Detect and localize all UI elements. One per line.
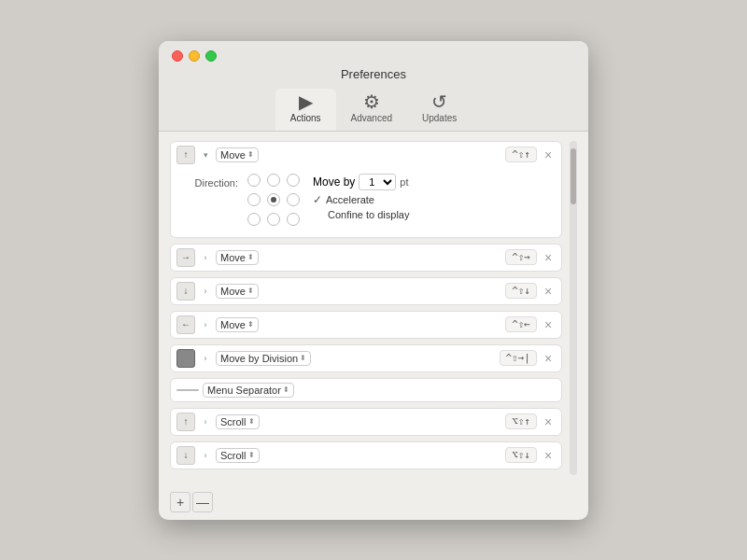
bottom-bar: + —	[159, 484, 588, 520]
row7-action-label: Scroll	[220, 416, 247, 427]
row8-action-label: Scroll	[220, 450, 247, 461]
action-row-move-up: ↑ ▾ Move ⬍ ^⇧↑ × Direction:	[170, 141, 562, 238]
row2-close[interactable]: ×	[541, 250, 556, 265]
dir-bottomright[interactable]	[287, 213, 300, 226]
dir-right[interactable]	[287, 193, 300, 206]
tab-advanced[interactable]: ⚙ Advanced	[336, 89, 407, 131]
row2-action-select[interactable]: Move ⬍	[216, 250, 259, 265]
dir-left[interactable]	[247, 193, 261, 206]
row5-action-label: Move by Division	[220, 353, 298, 364]
confine-label: Confine to display	[328, 209, 409, 220]
accelerate-label: Accelerate	[326, 194, 374, 205]
row2-icon: →	[176, 248, 195, 267]
dir-bottom[interactable]	[267, 213, 280, 226]
accelerate-row: ✓ Accelerate	[313, 193, 409, 206]
accelerate-check[interactable]: ✓	[313, 193, 322, 206]
row3-chevron[interactable]: ›	[199, 282, 212, 301]
row1-select-arrow: ⬍	[247, 150, 254, 159]
content-area: ↑ ▾ Move ⬍ ^⇧↑ × Direction:	[159, 132, 588, 484]
dir-top[interactable]	[267, 174, 280, 187]
row2-action-label: Move	[220, 252, 246, 263]
action-row-move-down: ↓ › Move ⬍ ^⇧↓ ×	[170, 277, 562, 305]
advanced-icon: ⚙	[363, 92, 380, 111]
row4-shortcut: ^⇧←	[505, 316, 537, 332]
row1-close[interactable]: ×	[541, 147, 556, 162]
action-row-scroll-up: ↑ › Scroll ⬍ ⌥⇧↑ ×	[170, 408, 562, 436]
row5-icon	[176, 349, 195, 368]
minimize-button[interactable]	[189, 50, 200, 62]
scrollbar[interactable]	[570, 141, 577, 475]
updates-label: Updates	[422, 113, 457, 123]
direction-grid	[247, 174, 303, 230]
row8-shortcut: ⌥⇧↓	[505, 447, 537, 463]
row1-shortcut: ^⇧↑	[505, 147, 537, 162]
row2-chevron[interactable]: ›	[199, 248, 212, 267]
row8-select-arrow: ⬍	[248, 451, 255, 459]
action-row-separator: Menu Separator ⬍	[170, 378, 562, 402]
advanced-label: Advanced	[351, 113, 392, 123]
row5-select-arrow: ⬍	[300, 354, 306, 362]
row8-action-select[interactable]: Scroll ⬍	[216, 448, 260, 463]
row3-shortcut: ^⇧↓	[505, 283, 537, 299]
row3-icon: ↓	[176, 282, 195, 301]
dir-center[interactable]	[267, 193, 280, 206]
row3-action-label: Move	[220, 286, 246, 297]
tab-actions[interactable]: ▶ Actions	[275, 89, 336, 131]
preferences-window: Preferences ▶ Actions ⚙ Advanced ↺ Updat…	[159, 41, 588, 520]
row4-close[interactable]: ×	[541, 317, 556, 332]
row3-action-select[interactable]: Move ⬍	[216, 284, 259, 299]
dir-bottomleft[interactable]	[247, 213, 261, 226]
tab-updates[interactable]: ↺ Updates	[407, 89, 472, 131]
row4-chevron[interactable]: ›	[199, 315, 212, 334]
updates-icon: ↺	[431, 92, 447, 111]
row7-action-select[interactable]: Scroll ⬍	[216, 414, 260, 429]
toolbar: ▶ Actions ⚙ Advanced ↺ Updates	[275, 89, 472, 131]
row3-select-arrow: ⬍	[247, 287, 254, 295]
row7-chevron[interactable]: ›	[199, 413, 212, 431]
row6-action-select[interactable]: Menu Separator ⬍	[203, 383, 294, 398]
row1-main: ↑ ▾ Move ⬍ ^⇧↑ ×	[176, 146, 556, 164]
row4-select-arrow: ⬍	[247, 320, 254, 329]
action-row-scroll-down: ↓ › Scroll ⬍ ⌥⇧↓ ×	[170, 441, 562, 469]
maximize-button[interactable]	[205, 50, 217, 62]
row1-expanded-content: Direction:	[176, 168, 556, 233]
row8-icon: ↓	[176, 446, 195, 465]
action-row-move-left: ← › Move ⬍ ^⇧← ×	[170, 311, 562, 339]
row5-action-select[interactable]: Move by Division ⬍	[216, 351, 311, 366]
scrollbar-thumb[interactable]	[571, 148, 576, 204]
traffic-lights	[172, 50, 217, 62]
row8-chevron[interactable]: ›	[199, 446, 212, 465]
actions-label: Actions	[290, 113, 321, 123]
row5-close[interactable]: ×	[541, 351, 556, 366]
row7-close[interactable]: ×	[541, 414, 556, 429]
row1-action-select[interactable]: Move ⬍	[216, 147, 259, 162]
sep-line	[176, 389, 199, 391]
move-by-row: Move by 12510 pt	[313, 174, 409, 190]
row5-chevron[interactable]: ›	[199, 349, 212, 368]
row1-icon: ↑	[176, 146, 195, 164]
confine-row: Confine to display	[313, 209, 409, 220]
dir-topleft[interactable]	[247, 174, 261, 187]
dir-topright[interactable]	[287, 174, 300, 187]
row3-close[interactable]: ×	[541, 284, 556, 299]
row1-chevron[interactable]: ▾	[199, 146, 212, 164]
actions-list: ↑ ▾ Move ⬍ ^⇧↑ × Direction:	[170, 141, 566, 475]
row7-icon: ↑	[176, 413, 195, 431]
action-row-move-division: › Move by Division ⬍ ^⇧→| ×	[170, 344, 562, 372]
add-button[interactable]: +	[170, 492, 190, 512]
direction-label: Direction:	[182, 174, 238, 189]
move-by-input[interactable]: 12510	[359, 174, 396, 190]
row4-action-label: Move	[220, 319, 246, 330]
row7-select-arrow: ⬍	[248, 417, 255, 426]
window-title: Preferences	[341, 67, 406, 81]
remove-button[interactable]: —	[192, 492, 213, 512]
row5-shortcut: ^⇧→|	[500, 350, 538, 366]
row4-icon: ←	[176, 315, 195, 334]
row4-action-select[interactable]: Move ⬍	[216, 317, 259, 332]
titlebar: Preferences ▶ Actions ⚙ Advanced ↺ Updat…	[159, 41, 588, 132]
action-row-move-right: → › Move ⬍ ^⇧→ ×	[170, 244, 562, 272]
row8-close[interactable]: ×	[541, 448, 556, 463]
row6-action-label: Menu Separator	[207, 385, 281, 396]
close-button[interactable]	[172, 50, 183, 62]
actions-icon: ▶	[299, 92, 313, 111]
